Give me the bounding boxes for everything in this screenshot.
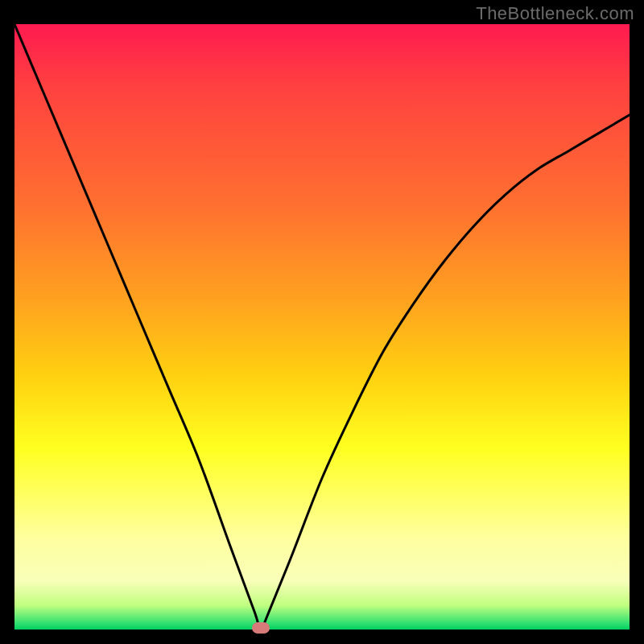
watermark-text: TheBottleneck.com (476, 3, 634, 24)
bottleneck-curve-svg (14, 24, 630, 630)
bottleneck-curve-path (14, 24, 630, 630)
chart-frame (14, 24, 630, 630)
minimum-marker (252, 622, 270, 634)
